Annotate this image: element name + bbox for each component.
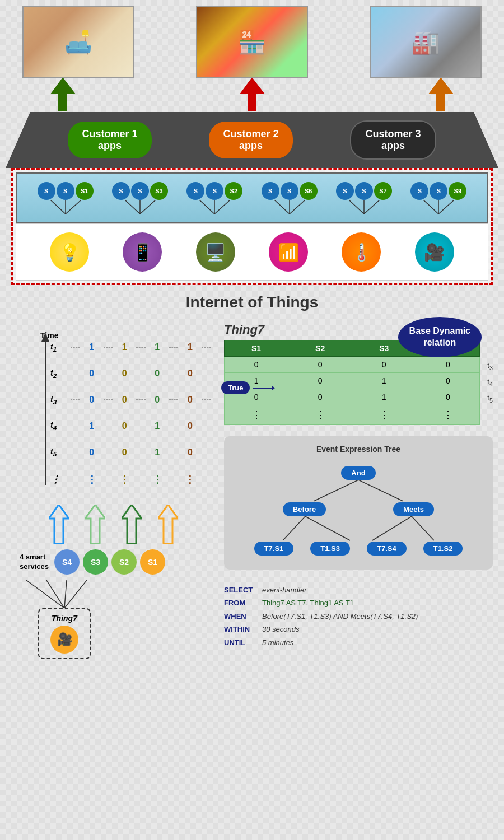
sensor-group-2: S S S3: [112, 182, 168, 214]
device-thermometer: 🌡️: [342, 232, 381, 272]
device-bulb: 💡: [50, 232, 89, 272]
sensor-s-1a: S: [38, 182, 55, 200]
time-axis-arrowhead: [41, 333, 49, 344]
tree-node-before: Before: [283, 502, 326, 516]
device-rfid: 📶: [269, 232, 308, 272]
sensor-s3: S3: [150, 182, 168, 200]
sensor-connector-4: [267, 200, 312, 214]
row-label-t5: t5: [484, 390, 493, 407]
svg-marker-21: [41, 333, 49, 342]
time-row-dots: ⋮ ⋮ ⋮ ⋮ ⋮: [50, 473, 213, 486]
main-page: Customer 1 apps Customer 2 apps Customer…: [0, 0, 504, 665]
sensor-s7: S7: [374, 182, 392, 200]
svg-marker-31: [272, 386, 275, 390]
sensor-s-3b: S: [206, 182, 223, 200]
svg-line-27: [46, 580, 64, 608]
row-label-t3: t3: [484, 358, 493, 374]
time-row-t4: t4 1 0 1 0: [50, 421, 213, 431]
time-series-rows: t1 1 1 1 1 t2 0: [50, 342, 213, 501]
svg-line-37: [412, 516, 434, 540]
up-arrows: [11, 505, 213, 544]
svg-line-3: [50, 200, 66, 214]
thing7-camera-icon: 🎥: [50, 626, 78, 654]
smart-services-label: 4 smartservices: [20, 553, 49, 572]
tree-leaves-row: T7.S1 T1.S3 T7.S4 T1.S2: [238, 542, 479, 556]
sensor-s-4a: S: [262, 182, 279, 200]
sensor-s-4b: S: [281, 182, 298, 200]
sensor-s-6a: S: [410, 182, 428, 200]
event-tree-box: Event Expression Tree And Before Meets: [224, 436, 493, 570]
sensor-s9: S9: [449, 182, 466, 200]
sql-until-value: 5 minutes: [262, 636, 293, 649]
svg-line-5: [66, 200, 81, 214]
bdr-bubble-container: Base Dynamic relation: [398, 317, 487, 360]
sql-select-row: SELECT event-handler: [224, 584, 493, 596]
col-header-s2: S2: [288, 340, 352, 357]
sensor-s2: S2: [225, 182, 242, 200]
tree-node-meets: Meets: [393, 502, 434, 516]
event-tree-title: Event Expression Tree: [232, 445, 484, 454]
iot-title: Internet of Things: [6, 293, 498, 311]
sql-when-row: WHEN Before(T7.S1, T1.S3) AND Meets(T7.S…: [224, 610, 493, 623]
warehouse-photo: [196, 6, 308, 78]
service-s1: S1: [140, 549, 165, 575]
event-tree: And Before Meets: [232, 460, 484, 561]
time-row-t5: t5 0 0 1 0: [50, 447, 213, 458]
sensor-s-1b: S: [57, 182, 74, 200]
factory-photo: [370, 6, 482, 78]
vertical-arrows-row: [6, 78, 498, 112]
thing7-bottom-section: Thing7 🎥: [11, 580, 213, 659]
col-header-s1: S1: [225, 340, 288, 357]
sql-select-keyword: SELECT: [224, 584, 258, 596]
service-s2: S2: [111, 549, 137, 575]
tree-node-t1s2: T1.S2: [423, 542, 463, 556]
svg-line-11: [214, 200, 230, 214]
customer-bar: Customer 1 apps Customer 2 apps Customer…: [6, 112, 498, 168]
sensor-s-6b: S: [430, 182, 447, 200]
svg-line-9: [199, 200, 214, 214]
svg-marker-25: [158, 505, 178, 544]
arrow-up-c3: [428, 77, 454, 113]
up-arrow-green: [120, 505, 143, 544]
svg-line-35: [305, 516, 350, 540]
sensor-connector-3: [192, 200, 237, 214]
svg-marker-23: [85, 505, 105, 544]
svg-line-12: [274, 200, 290, 214]
up-arrow-blue: [48, 505, 70, 544]
iot-sensor-band: S S S1 S S S3: [16, 172, 488, 223]
sql-query-section: SELECT event-handler FROM Thing7 AS T7, …: [224, 584, 493, 649]
iot-diagram: Customer 1 apps Customer 2 apps Customer…: [6, 6, 498, 311]
svg-line-33: [358, 480, 403, 501]
bottom-section: Time t1 1 1 1 1: [6, 323, 498, 659]
sensor-s-3a: S: [186, 182, 204, 200]
sensor-group-4: S S S6: [262, 182, 318, 214]
sql-when-keyword: WHEN: [224, 610, 258, 623]
time-row-t1: t1 1 1 1 1: [50, 342, 213, 353]
living-room-photo: [22, 6, 134, 78]
table-row-dots: ⋮ ⋮ ⋮ ⋮: [225, 405, 480, 425]
time-axis-line: [45, 339, 46, 485]
up-arrow-gold: [157, 505, 179, 544]
tree-node-t7s4: T7.S4: [367, 542, 407, 556]
table-section: Base Dynamic relation Thing7 S1 S2 S3: [224, 323, 493, 425]
up-arrow-lightgreen: [84, 505, 106, 544]
svg-line-29: [64, 580, 87, 608]
svg-line-18: [423, 200, 438, 214]
sensor-group-3: S S S2: [186, 182, 242, 214]
svg-marker-1: [240, 77, 265, 111]
svg-line-32: [314, 480, 358, 501]
service-circles: S4 S3 S2 S1: [54, 549, 165, 575]
sensor-s-5a: S: [336, 182, 354, 200]
true-arrow: [253, 385, 275, 391]
tree-root-row: And: [238, 466, 479, 480]
svg-line-15: [349, 200, 364, 214]
sql-until-keyword: UNTIL: [224, 636, 258, 649]
svg-line-6: [125, 200, 140, 214]
sensor-group-5: S S S7: [336, 182, 392, 214]
sql-from-keyword: FROM: [224, 596, 258, 609]
device-phone: 📱: [123, 232, 162, 272]
tree-svg-level2: [252, 516, 465, 542]
svg-line-28: [64, 580, 67, 608]
true-label-container: True: [221, 381, 275, 394]
svg-line-34: [283, 516, 305, 540]
